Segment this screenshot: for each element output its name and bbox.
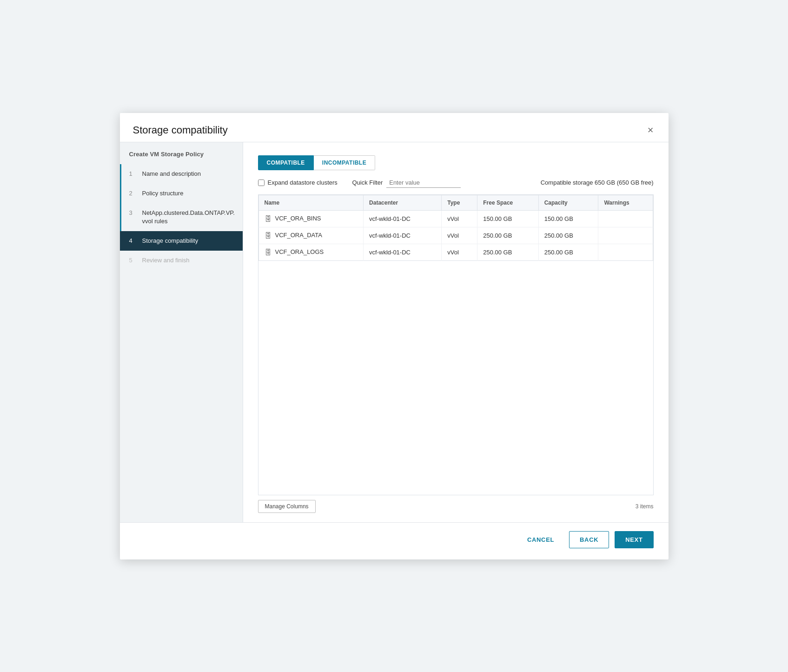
cell-capacity: 150.00 GB <box>538 210 598 227</box>
expand-datastore-clusters-checkbox[interactable] <box>258 180 265 186</box>
cell-capacity: 250.00 GB <box>538 227 598 244</box>
tab-compatible[interactable]: COMPATIBLE <box>258 155 314 170</box>
cell-free-space: 150.00 GB <box>477 210 539 227</box>
row-name: VCF_ORA_DATA <box>275 232 322 239</box>
dialog-footer: CANCEL BACK NEXT <box>120 522 669 559</box>
col-warnings[interactable]: Warnings <box>598 195 653 210</box>
step-num-3: 3 <box>129 209 137 216</box>
database-icon: 🗄 <box>265 215 271 223</box>
step-label-review-finish: Review and finish <box>142 256 190 265</box>
table-row[interactable]: 🗄VCF_ORA_LOGSvcf-wkld-01-DCvVol250.00 GB… <box>258 244 653 260</box>
sidebar-title: Create VM Storage Policy <box>120 142 243 164</box>
col-free-space[interactable]: Free Space <box>477 195 539 210</box>
expand-datastore-label: Expand datastore clusters <box>268 179 338 186</box>
step-label-name-description: Name and description <box>142 170 201 178</box>
table-scroll[interactable]: Name Datacenter Type Free Space Capacity… <box>258 195 653 261</box>
table-row[interactable]: 🗄VCF_ORA_DATAvcf-wkld-01-DCvVol250.00 GB… <box>258 227 653 244</box>
step-num-2: 2 <box>129 190 137 197</box>
main-content: COMPATIBLE INCOMPATIBLE Expand datastore… <box>243 142 669 522</box>
table-row[interactable]: 🗄VCF_ORA_BINSvcf-wkld-01-DCvVol150.00 GB… <box>258 210 653 227</box>
step-label-ontap-rules: NetApp.clustered.Data.ONTAP.VP.vvol rule… <box>142 209 235 226</box>
quick-filter-group: Quick Filter <box>352 178 461 188</box>
cell-type: vVol <box>442 244 477 260</box>
col-type[interactable]: Type <box>442 195 477 210</box>
next-button[interactable]: NEXT <box>615 531 653 548</box>
cell-name: 🗄VCF_ORA_BINS <box>258 210 364 227</box>
cell-datacenter: vcf-wkld-01-DC <box>364 227 442 244</box>
cancel-button[interactable]: CANCEL <box>518 532 563 548</box>
table-footer: Manage Columns 3 items <box>258 495 654 513</box>
cell-datacenter: vcf-wkld-01-DC <box>364 244 442 260</box>
back-button[interactable]: BACK <box>569 531 609 548</box>
cell-free-space: 250.00 GB <box>477 227 539 244</box>
col-name[interactable]: Name <box>258 195 364 210</box>
sidebar: Create VM Storage Policy 1 Name and desc… <box>120 142 243 522</box>
filter-row: Expand datastore clusters Quick Filter C… <box>258 178 654 188</box>
items-count: 3 items <box>636 503 654 510</box>
step-num-1: 1 <box>129 170 137 177</box>
cell-warnings <box>598 210 653 227</box>
table-wrapper: Name Datacenter Type Free Space Capacity… <box>258 194 654 495</box>
tab-bar: COMPATIBLE INCOMPATIBLE <box>258 155 654 170</box>
cell-type: vVol <box>442 210 477 227</box>
quick-filter-label: Quick Filter <box>352 179 383 186</box>
cell-capacity: 250.00 GB <box>538 244 598 260</box>
storage-table: Name Datacenter Type Free Space Capacity… <box>258 195 653 261</box>
dialog-title: Storage compatibility <box>133 124 228 136</box>
col-capacity[interactable]: Capacity <box>538 195 598 210</box>
database-icon: 🗄 <box>265 248 271 256</box>
cell-type: vVol <box>442 227 477 244</box>
cell-warnings <box>598 227 653 244</box>
sidebar-item-ontap-rules[interactable]: 3 NetApp.clustered.Data.ONTAP.VP.vvol ru… <box>120 203 243 231</box>
sidebar-item-storage-compatibility[interactable]: 4 Storage compatibility <box>120 231 243 251</box>
tab-incompatible[interactable]: INCOMPATIBLE <box>314 155 375 170</box>
cell-warnings <box>598 244 653 260</box>
cell-free-space: 250.00 GB <box>477 244 539 260</box>
step-label-policy-structure: Policy structure <box>142 189 184 198</box>
cell-datacenter: vcf-wkld-01-DC <box>364 210 442 227</box>
step-label-storage-compatibility: Storage compatibility <box>142 237 199 245</box>
create-vm-storage-policy-dialog: Storage compatibility × Create VM Storag… <box>120 113 669 559</box>
sidebar-item-review-finish: 5 Review and finish <box>120 251 243 270</box>
row-name: VCF_ORA_BINS <box>275 215 321 222</box>
sidebar-item-policy-structure[interactable]: 2 Policy structure <box>120 184 243 203</box>
quick-filter-input[interactable] <box>386 178 461 188</box>
table-header-row: Name Datacenter Type Free Space Capacity… <box>258 195 653 210</box>
col-datacenter[interactable]: Datacenter <box>364 195 442 210</box>
dialog-body: Create VM Storage Policy 1 Name and desc… <box>120 142 669 522</box>
row-name: VCF_ORA_LOGS <box>275 248 324 255</box>
step-num-5: 5 <box>129 257 137 264</box>
close-button[interactable]: × <box>646 123 656 137</box>
sidebar-item-name-description[interactable]: 1 Name and description <box>120 164 243 184</box>
dialog-header: Storage compatibility × <box>120 113 669 142</box>
cell-name: 🗄VCF_ORA_DATA <box>258 227 364 244</box>
filter-left: Expand datastore clusters Quick Filter <box>258 178 461 188</box>
compat-storage-info: Compatible storage 650 GB (650 GB free) <box>541 179 654 186</box>
database-icon: 🗄 <box>265 232 271 240</box>
expand-datastore-clusters-checkbox-label[interactable]: Expand datastore clusters <box>258 179 338 186</box>
cell-name: 🗄VCF_ORA_LOGS <box>258 244 364 260</box>
manage-columns-button[interactable]: Manage Columns <box>258 500 316 513</box>
step-num-4: 4 <box>129 237 137 244</box>
